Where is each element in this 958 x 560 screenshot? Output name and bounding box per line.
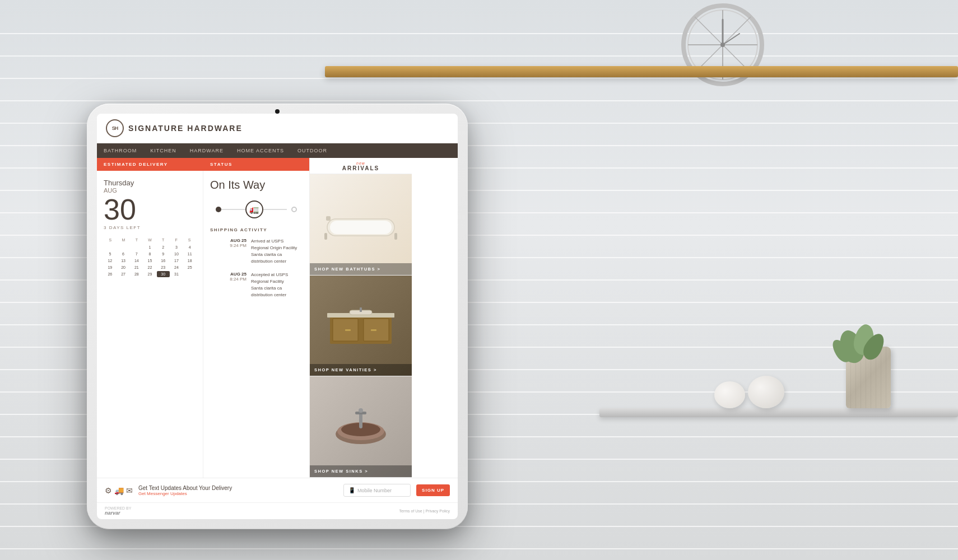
- activity-item-2: AUG 25 8:24 PM Accepted at USPS Regional…: [210, 272, 303, 298]
- cal-grid: 1 2 3 4 5 6 7 8 9 1: [104, 244, 196, 277]
- cal-cell-today: 30: [157, 271, 170, 277]
- activity-date-1: AUG 25 9:24 PM: [210, 238, 247, 265]
- panels-body: Thursday AUG 30 3 DAYS LEFT S M T W: [97, 171, 309, 478]
- sms-signup-section: ⚙ 🚚 ✉ Get Text Updates About Your Delive…: [97, 478, 458, 503]
- bottom-shelf: [599, 408, 958, 417]
- act-date-1: AUG 25: [210, 238, 247, 243]
- sms-icons-group: ⚙ 🚚 ✉: [105, 486, 133, 495]
- vanity-card[interactable]: SHOP NEW VANITIES >: [310, 276, 412, 377]
- nav-outdoor[interactable]: OUTDOOR: [291, 143, 334, 158]
- cal-cell: 23: [157, 264, 170, 270]
- act-time-2: 8:24 PM: [210, 277, 247, 282]
- sms-text-group: Get Text Updates About Your Delivery Get…: [138, 485, 338, 496]
- svg-point-55: [359, 408, 363, 413]
- sms-sub[interactable]: Get Messenger Updates: [138, 491, 338, 496]
- svg-line-31: [723, 17, 751, 45]
- bathtub-label[interactable]: SHOP NEW BATHTUBS >: [310, 263, 412, 275]
- message-icon: ✉: [126, 486, 133, 495]
- tracker-start-dot: [216, 207, 221, 212]
- act-desc-2: Accepted at USPS Regional FacilitySanta …: [251, 272, 303, 298]
- cal-cell: 19: [104, 264, 117, 270]
- activity-date-2: AUG 25 8:24 PM: [210, 272, 247, 298]
- cal-day-f: F: [170, 238, 183, 242]
- cal-cell: 5: [104, 251, 117, 257]
- cal-cell: [104, 244, 117, 250]
- sink-card[interactable]: SHOP NEW SINKS >: [310, 376, 412, 478]
- app-header: SH SIGNATURE HARDWARE: [97, 114, 458, 143]
- mini-calendar: S M T W T F S: [104, 238, 196, 277]
- panel-headers: ESTIMATED DELIVERY STATUS: [97, 158, 309, 171]
- logo-text: SH: [112, 125, 118, 131]
- cal-cell: 28: [130, 271, 143, 277]
- activity-item-1: AUG 25 9:24 PM Arrived at USPS Regional …: [210, 238, 303, 265]
- app-nav: BATHROOM KITCHEN HARDWARE HOME ACCENTS O…: [97, 143, 458, 158]
- days-left: 3 DAYS LEFT: [104, 225, 196, 230]
- sink-label[interactable]: SHOP NEW SINKS >: [310, 465, 412, 477]
- new-arrivals-panel: new ARRIVALS: [310, 158, 412, 478]
- delivery-panel: Thursday AUG 30 3 DAYS LEFT S M T W: [97, 171, 203, 478]
- svg-rect-45: [345, 329, 351, 331]
- settings-icon: ⚙: [105, 486, 112, 495]
- sink-image: [310, 376, 412, 477]
- sink-svg: [324, 406, 397, 448]
- cal-cell: 2: [157, 244, 170, 250]
- vanity-image: [310, 276, 412, 376]
- svg-rect-39: [324, 233, 327, 240]
- bathtub-card[interactable]: SHOP NEW BATHTUBS >: [310, 174, 412, 276]
- brand-logo: SH: [106, 119, 124, 137]
- cal-day-t2: T: [156, 238, 170, 242]
- tracker-line-right: [263, 209, 287, 210]
- svg-rect-38: [330, 221, 392, 234]
- mobile-input[interactable]: 📱 Mobile Number: [343, 484, 411, 497]
- mobile-icon: 📱: [348, 487, 355, 493]
- status-header: STATUS: [203, 158, 309, 171]
- delivery-date: 30: [104, 195, 196, 224]
- act-date-2: AUG 25: [210, 272, 247, 277]
- nav-hardware[interactable]: HARDWARE: [183, 143, 230, 158]
- app-footer: ⚙ 🚚 ✉ Get Text Updates About Your Delive…: [97, 478, 458, 519]
- status-title: On Its Way: [210, 179, 303, 192]
- cal-cell: 9: [157, 251, 170, 257]
- cal-cell: 7: [130, 251, 143, 257]
- cal-cell: 21: [130, 264, 143, 270]
- cal-cell: 1: [143, 244, 156, 250]
- cal-cell: 18: [183, 258, 196, 264]
- shipping-activity-label: SHIPPING ACTIVITY: [210, 227, 303, 232]
- cal-cell: 4: [183, 244, 196, 250]
- delivery-day: Thursday: [104, 179, 196, 187]
- nav-kitchen[interactable]: KITCHEN: [143, 143, 183, 158]
- cal-cell: 11: [183, 251, 196, 257]
- arrivals-label: ARRIVALS: [314, 165, 407, 171]
- cal-day-w: W: [143, 238, 157, 242]
- legal-links[interactable]: Terms of Use | Privacy Policy: [399, 509, 450, 513]
- act-desc-1: Arrived at USPS Regional Origin Facility…: [251, 238, 303, 265]
- bathtub-svg: [322, 205, 400, 244]
- left-panel: ESTIMATED DELIVERY STATUS Thursday AUG 3…: [97, 158, 310, 478]
- cal-cell: 29: [143, 271, 156, 277]
- delivery-header: ESTIMATED DELIVERY: [97, 158, 203, 171]
- cal-cell: 17: [170, 258, 183, 264]
- nav-bathroom[interactable]: BATHROOM: [97, 143, 143, 158]
- cal-cell: 20: [117, 264, 130, 270]
- nav-home-accents[interactable]: HOME ACCENTS: [230, 143, 291, 158]
- signup-button[interactable]: SIGN UP: [416, 484, 450, 496]
- new-label: new: [314, 161, 407, 165]
- status-panel: On Its Way 🚛: [203, 171, 309, 478]
- cal-cell: 8: [143, 251, 156, 257]
- stone-2: [748, 376, 784, 408]
- vanity-svg: [324, 305, 397, 347]
- svg-line-35: [723, 34, 740, 45]
- cal-cell: [183, 271, 196, 277]
- vanity-label[interactable]: SHOP NEW VANITIES >: [310, 364, 412, 376]
- brand-name: SIGNATURE HARDWARE: [128, 124, 243, 133]
- cal-cell: 16: [157, 258, 170, 264]
- cal-cell: 24: [170, 264, 183, 270]
- cal-day-m: M: [117, 238, 131, 242]
- new-arrivals-header: new ARRIVALS: [310, 158, 412, 174]
- cal-cell: 13: [117, 258, 130, 264]
- svg-rect-41: [326, 216, 331, 221]
- cal-cell: [130, 244, 143, 250]
- tablet-device: SH SIGNATURE HARDWARE BATHROOM KITCHEN H…: [87, 104, 468, 529]
- narvar-brand: narvar: [105, 510, 131, 516]
- tracker-truck-icon: 🚛: [245, 200, 263, 218]
